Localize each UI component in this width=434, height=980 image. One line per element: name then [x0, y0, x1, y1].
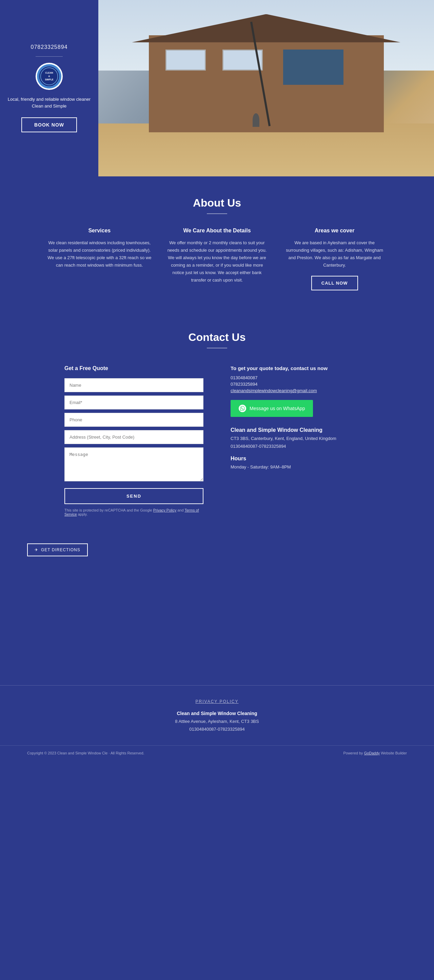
- footer-middle: PRIVACY POLICY Clean and Simple Window C…: [0, 685, 434, 745]
- footer-phone: 01304840087-07823325894: [27, 727, 407, 732]
- logo-circle: CLEAN & SIMPLE: [36, 63, 63, 90]
- send-button[interactable]: SEND: [64, 488, 203, 504]
- business-address: CT3 3BS, Canterbury, Kent, England, Unit…: [231, 436, 370, 441]
- whatsapp-icon: [239, 405, 246, 412]
- phone-input[interactable]: [64, 413, 203, 427]
- book-now-button[interactable]: BOOK NOW: [21, 118, 77, 132]
- window-1: [165, 49, 206, 70]
- footer-business-name: Clean and Simple Window Cleaning: [27, 711, 407, 716]
- get-directions-button[interactable]: ✈ GET DIRECTIONS: [27, 543, 88, 556]
- about-col-details: We Care About the Details We offer month…: [165, 228, 269, 290]
- services-title: Services: [48, 228, 151, 234]
- front-door: [283, 49, 343, 85]
- hero-phone: 07823325894: [31, 44, 68, 50]
- copyright-text: Copyright © 2023 Clean and Simple Window…: [27, 751, 145, 755]
- hero-tagline: Local, friendly and reliable window clea…: [8, 96, 91, 109]
- form-title: Get a Free Quote: [64, 365, 203, 371]
- godaddy-link[interactable]: GoDaddy: [364, 751, 380, 755]
- contact-phone1: 01304840087: [231, 375, 370, 380]
- about-title: About Us: [27, 197, 407, 209]
- business-phone: 01304840087-07823325894: [231, 444, 370, 449]
- areas-text: We are based in Aylesham and cover the s…: [283, 239, 386, 269]
- business-name: Clean and Simple Window Cleaning: [231, 427, 370, 433]
- hero-section: 07823325894 CLEAN & SIMPLE Local, friend…: [0, 0, 434, 177]
- whatsapp-label: Message us on WhatsApp: [250, 406, 305, 411]
- details-title: We Care About the Details: [165, 228, 269, 234]
- directions-section: ✈ GET DIRECTIONS: [0, 537, 434, 577]
- name-input[interactable]: [64, 378, 203, 392]
- contact-divider: [207, 348, 227, 348]
- directions-label: GET DIRECTIONS: [41, 547, 80, 552]
- call-now-button[interactable]: CALL NOW: [311, 276, 358, 290]
- contact-grid: Get a Free Quote SEND This site is prote…: [64, 365, 370, 516]
- contact-right-subtitle: To get your quote today, contact us now: [231, 365, 370, 371]
- about-divider: [207, 213, 227, 214]
- contact-info-col: To get your quote today, contact us now …: [231, 365, 370, 516]
- svg-text:&: &: [48, 75, 50, 77]
- svg-text:CLEAN: CLEAN: [45, 72, 53, 74]
- hours-text: Monday - Saturday: 9AM–8PM: [231, 465, 370, 469]
- message-input[interactable]: [64, 447, 203, 481]
- services-text: We clean residential windows including t…: [48, 239, 151, 269]
- powered-by-text: Powered by GoDaddy Website Builder: [343, 751, 407, 755]
- hours-title: Hours: [231, 455, 370, 462]
- hero-house-image: [99, 0, 434, 177]
- about-col-areas: Areas we cover We are based in Aylesham …: [283, 228, 386, 290]
- hero-left-panel: 07823325894 CLEAN & SIMPLE Local, friend…: [0, 0, 99, 177]
- email-input[interactable]: [64, 396, 203, 409]
- privacy-policy-footer-link[interactable]: PRIVACY POLICY: [27, 699, 407, 704]
- address-input[interactable]: [64, 430, 203, 444]
- contact-form-col: Get a Free Quote SEND This site is prote…: [64, 365, 203, 516]
- footer-address: 8 Attlee Avenue, Aylesham, Kent, CT3 3BS: [27, 719, 407, 724]
- logo-inner: CLEAN & SIMPLE: [37, 64, 61, 89]
- about-col-services: Services We clean residential windows in…: [48, 228, 151, 290]
- recaptcha-note: This site is protected by reCAPTCHA and …: [64, 508, 203, 516]
- whatsapp-button[interactable]: Message us on WhatsApp: [231, 400, 313, 417]
- footer-bottom: Copyright © 2023 Clean and Simple Window…: [0, 745, 434, 760]
- svg-text:SIMPLE: SIMPLE: [45, 78, 54, 81]
- hero-divider: [36, 56, 63, 57]
- directions-arrow-icon: ✈: [35, 547, 38, 552]
- about-grid: Services We clean residential windows in…: [48, 228, 386, 290]
- about-section: About Us Services We clean residential w…: [0, 177, 434, 311]
- company-logo-svg: CLEAN & SIMPLE: [38, 65, 60, 88]
- person-silhouette: [253, 113, 259, 127]
- contact-section: Contact Us Get a Free Quote SEND This si…: [0, 311, 434, 537]
- contact-phone2: 07823325894: [231, 382, 370, 387]
- map-placeholder: [0, 577, 434, 685]
- contact-email: cleanandsimplewindowcleaning@gmail.com: [231, 388, 370, 393]
- details-text: We offer monthly or 2 monthly cleans to …: [165, 239, 269, 284]
- contact-title: Contact Us: [27, 331, 407, 344]
- hero-image: [99, 0, 434, 177]
- privacy-policy-link[interactable]: Privacy Policy: [153, 508, 176, 512]
- areas-title: Areas we cover: [283, 228, 386, 234]
